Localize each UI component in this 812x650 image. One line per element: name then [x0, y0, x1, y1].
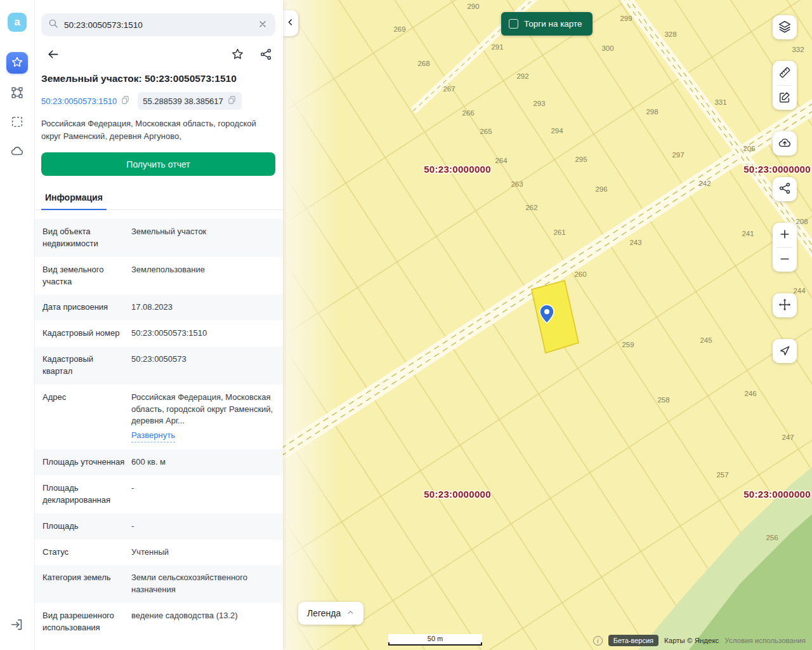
sign-out-icon: [10, 618, 24, 633]
auctions-toggle-label: Торги на карте: [524, 19, 582, 29]
parcel-number: 262: [525, 204, 537, 211]
parcel-number: 256: [766, 534, 778, 541]
info-value: 600 кв. м: [131, 456, 274, 468]
back-button[interactable]: [45, 46, 61, 64]
locate-button[interactable]: [773, 339, 797, 363]
info-value: 50:23:0050573:1510: [131, 328, 274, 340]
pencil-icon: [778, 90, 792, 106]
map-attribution: i Бета-версия Карты © Яндекс Условия исп…: [593, 635, 806, 646]
measure-area-icon: [10, 86, 24, 102]
zoom-out-button[interactable]: [773, 248, 797, 272]
sign-out-button[interactable]: [6, 614, 28, 636]
info-label: Площадь декларированная: [43, 482, 125, 507]
info-label: Категория земель: [43, 572, 125, 596]
map-copyright[interactable]: Карты © Яндекс: [664, 637, 719, 644]
cloud-upload-icon: [778, 136, 792, 152]
select-region-button[interactable]: [6, 112, 28, 133]
cloud-layers-button[interactable]: [6, 141, 28, 162]
copy-cadastral-button[interactable]: [121, 95, 130, 107]
parcel-number: 245: [700, 336, 712, 344]
zoom-in-button[interactable]: [773, 223, 797, 247]
parcel-number: 265: [480, 128, 492, 135]
clear-search-button[interactable]: [256, 18, 269, 32]
parcel-number: 259: [622, 341, 634, 348]
search-input[interactable]: [64, 20, 251, 30]
measure-area-button[interactable]: [6, 83, 28, 104]
parcel-number: 292: [516, 72, 528, 80]
cadastral-number-link[interactable]: 50:23:0050573:1510: [41, 96, 117, 106]
info-label: Площадь уточненная: [43, 456, 125, 468]
info-row: Вид разрешенного использованияведение са…: [35, 603, 283, 641]
parcel-number: 241: [742, 230, 754, 237]
edit-button[interactable]: [773, 86, 797, 110]
legend-label: Легенда: [307, 608, 341, 618]
plus-icon: [778, 228, 791, 242]
map-canvas[interactable]: 2902692912993283323002682922672933312982…: [283, 0, 812, 650]
info-value: ведение садоводства (13.2): [131, 610, 274, 634]
parcel-number: 206: [743, 145, 755, 152]
info-icon[interactable]: i: [593, 636, 603, 646]
get-report-button[interactable]: Получить отчет: [41, 152, 275, 176]
favorite-button[interactable]: [230, 46, 246, 64]
parcel-number: 257: [716, 471, 728, 479]
parcel-number: 294: [551, 127, 563, 135]
info-row: Дата присвоения17.08.2023: [35, 295, 283, 321]
info-row: АдресРоссийская Федерация, Московская об…: [35, 385, 283, 449]
parcel-number: 266: [462, 109, 474, 117]
auctions-on-map-toggle[interactable]: Торги на карте: [501, 12, 593, 36]
upload-button[interactable]: [773, 131, 797, 156]
beta-badge: Бета-версия: [608, 635, 658, 646]
parcel-number: 264: [495, 157, 508, 164]
info-label: Статус: [43, 547, 125, 559]
map-area[interactable]: 2902692912993283323002682922672933312982…: [283, 0, 812, 650]
app-logo[interactable]: a: [8, 13, 27, 32]
info-value: 17.08.2023: [131, 302, 274, 314]
legend-button[interactable]: Легенда: [298, 602, 363, 625]
info-row: Вид земельного участкаЗемлепользование: [35, 257, 283, 295]
parcel-number: 331: [714, 98, 726, 106]
info-row: Кадастровый квартал50:23:0050573: [35, 347, 283, 385]
terms-of-use-link[interactable]: Условия использования: [724, 637, 806, 644]
expand-address-link[interactable]: Развернуть: [131, 430, 175, 442]
info-label: Кадастровый квартал: [43, 354, 125, 378]
info-label: Вид земельного участка: [43, 264, 125, 288]
layers-button[interactable]: [773, 15, 797, 39]
info-label: Дата присвоения: [43, 302, 125, 314]
info-value: -: [131, 521, 274, 533]
checkbox-icon: [509, 19, 518, 29]
parcel-number: 295: [575, 156, 587, 163]
info-value: Земельный участок: [131, 226, 274, 250]
parcel-number: 269: [393, 25, 405, 33]
parcel-number: 300: [601, 44, 613, 52]
info-label: Вид разрешенного использования: [43, 610, 125, 634]
share-map-button[interactable]: [773, 177, 797, 201]
copy-coordinates-button[interactable]: [227, 95, 237, 107]
map-controls: [773, 15, 797, 363]
share-button[interactable]: [258, 46, 274, 64]
page-title: Земельный участок: 50:23:0050573:1510: [41, 73, 277, 84]
close-icon: [258, 19, 268, 31]
collapse-panel-button[interactable]: [283, 10, 298, 36]
pan-button[interactable]: [773, 293, 797, 317]
object-address: Российская Федерация, Московская область…: [41, 117, 277, 142]
favorites-rail-button[interactable]: [6, 52, 28, 74]
cadastral-quarter-label: 50:23:0000000: [424, 489, 491, 500]
cadastral-quarter-label: 50:23:0000000: [743, 489, 811, 500]
parcel-number: 299: [620, 15, 632, 22]
parcel-number: 268: [417, 60, 429, 67]
parcel-number: 246: [744, 390, 756, 397]
search-icon: [48, 18, 59, 32]
parcel-number: 328: [664, 30, 676, 38]
ruler-button[interactable]: [773, 61, 797, 85]
copy-icon: [121, 95, 130, 107]
info-table: Вид объекта недвижимостиЗемельный участо…: [35, 219, 283, 641]
tab-information[interactable]: Информация: [41, 187, 107, 210]
chevron-left-icon: [285, 17, 296, 29]
minus-icon: [778, 253, 791, 267]
info-label: Вид объекта недвижимости: [43, 226, 125, 250]
left-icon-rail: a: [0, 0, 35, 650]
info-row: Площадь-: [35, 514, 283, 540]
info-value: Земли сельскохозяйственного назначения: [131, 572, 274, 596]
ruler-icon: [778, 65, 792, 81]
info-label: Площадь: [43, 521, 125, 533]
